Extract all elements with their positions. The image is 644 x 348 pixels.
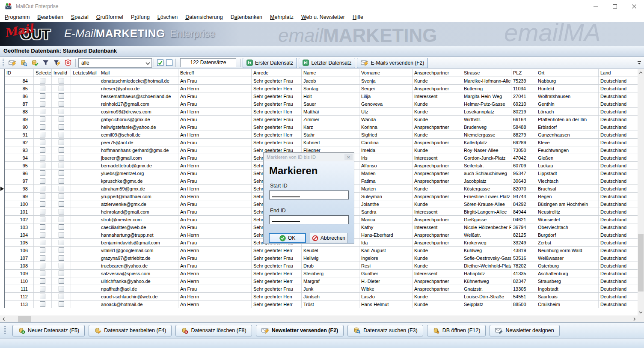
selected-checkbox[interactable] [40,286,45,291]
invalid-checkbox[interactable] [59,255,64,261]
selected-checkbox[interactable] [40,178,45,184]
invalid-checkbox[interactable] [59,93,64,99]
column-header-land[interactable]: Land [599,69,638,77]
datensatz-l-schen-f8-button[interactable]: Datensatz löschen (F8) [175,325,252,336]
start-id-input[interactable] [269,190,349,199]
vertical-scrollbar-thumb[interactable] [638,234,644,291]
datensatz-bearbeiten-f4-button[interactable]: Datensatz bearbeiten (F4) [89,325,172,336]
toolbar-overflow-button[interactable] [636,58,643,68]
selected-checkbox[interactable] [40,271,45,276]
newsletter-versenden-f2-button[interactable]: Newsletter versenden (F2) [256,325,344,336]
filter-combobox[interactable]: alle [78,58,152,68]
selected-checkbox[interactable] [40,78,45,83]
minimize-button[interactable] [586,0,605,13]
table-row-106[interactable]: 106vitali61@googlemail.comAn HerrnSehr g… [5,247,638,254]
invalid-checkbox[interactable] [59,278,64,284]
dialog-close-icon[interactable]: ✕ [344,154,353,160]
filter-flash-icon[interactable] [51,58,62,68]
table-row-108[interactable]: 108truebcaren@yahoo.deAn FrauSehr geehrt… [5,262,638,270]
column-header-strasse[interactable]: Strasse [462,69,511,77]
scroll-down-icon[interactable] [638,309,644,315]
selected-checkbox[interactable] [40,193,45,199]
selected-checkbox[interactable] [40,93,45,99]
menu-item-datenbanken[interactable]: Datenbanken [227,13,266,22]
db-ffnen-f12-button[interactable]: DB öffnen (F12) [427,325,486,336]
toolbar-grip[interactable] [4,326,6,335]
selected-checkbox[interactable] [40,147,45,153]
selected-checkbox[interactable] [40,109,45,114]
invalid-checkbox[interactable] [59,116,64,122]
invalid-checkbox[interactable] [59,124,64,130]
selected-checkbox[interactable] [40,209,45,214]
menu-item-datensicherung[interactable]: Datensicherung [181,13,227,22]
menu-item-hilfe[interactable]: Hilfe [349,13,367,22]
invalid-checkbox[interactable] [59,78,64,83]
menu-item-spezial[interactable]: Spezial [67,13,92,22]
menu-item-gru-formel[interactable]: Grußformel [92,13,127,22]
filter-icon[interactable] [40,58,51,68]
column-header-invalid[interactable]: Invalid [52,69,71,77]
ok-button[interactable]: OK [269,233,306,243]
scroll-up-icon[interactable] [638,69,644,76]
menu-item-bearbeiten[interactable]: Bearbeiten [33,13,67,22]
table-row-87[interactable]: 87reinhold17@gmail.comAn FrauSehr geehrt… [5,100,638,108]
scroll-left-icon[interactable] [0,315,7,322]
selected-checkbox[interactable] [40,101,45,107]
column-header-betreff[interactable]: Betreff [178,69,252,77]
selected-checkbox[interactable] [40,186,45,191]
column-header-vorname[interactable]: Vorname [359,69,413,77]
invalid-checkbox[interactable] [59,224,64,230]
table-row-84[interactable]: 84donataschmiedecke@hotmail.deAn FrauSeh… [5,77,638,85]
selected-checkbox[interactable] [40,201,45,207]
invalid-checkbox[interactable] [59,301,64,307]
selected-checkbox[interactable] [40,263,45,268]
datensatz-suchen-f3-button[interactable]: Datensatz suchen (F3) [347,325,423,336]
db-check-icon[interactable] [29,58,40,68]
invalid-checkbox[interactable] [59,217,64,222]
column-header-anrede[interactable]: Anrede [252,69,302,77]
column-header-ansprechpartner[interactable]: Ansprechpartner [413,69,462,77]
selected-checkbox[interactable] [40,140,45,145]
end-id-input[interactable] [269,215,349,224]
invalid-checkbox[interactable] [59,201,64,207]
invalid-checkbox[interactable] [59,294,64,299]
column-header-name[interactable]: Name [302,69,359,77]
column-header-plz[interactable]: PLZ [511,69,536,77]
scroll-right-icon[interactable] [631,315,638,322]
selected-checkbox[interactable] [40,124,45,130]
column-header-mail[interactable]: Mail [99,69,178,77]
selected-checkbox[interactable] [40,232,45,238]
column-header-selected[interactable]: Selected [34,69,52,77]
menu-item-pr-fung[interactable]: Prüfung [127,13,154,22]
table-row-90[interactable]: 90hellwigstefanie@yahoo.deAn FrauSehr ge… [5,123,638,131]
db-search-icon[interactable] [18,58,29,68]
selected-checkbox[interactable] [40,170,45,176]
selected-checkbox[interactable] [40,86,45,91]
invalid-checkbox[interactable] [59,178,64,184]
column-header-ort[interactable]: Ort [536,69,599,77]
selected-checkbox[interactable] [40,294,45,299]
invalid-checkbox[interactable] [59,101,64,107]
chevron-down-icon[interactable] [145,60,151,66]
neuer-datensatz-f5-button[interactable]: Neuer Datensatz (F5) [12,325,85,336]
selected-checkbox[interactable] [40,116,45,122]
table-row-107[interactable]: 107grazyna97@striebitz.deAn FrauSehr gee… [5,254,638,262]
selected-checkbox[interactable] [40,278,45,284]
invalid-checkbox[interactable] [59,140,64,145]
table-row-92[interactable]: 92peer75@aol.deAn FrauSehr geehrter Frau… [5,139,638,146]
close-button[interactable] [624,0,644,13]
exclude-checkbox[interactable] [166,59,172,66]
invalid-checkbox[interactable] [59,193,64,199]
include-checkbox[interactable] [157,59,163,66]
invalid-checkbox[interactable] [59,271,64,276]
selected-checkbox[interactable] [40,224,45,230]
column-header-letztesmail[interactable]: LetztesMail [71,69,99,77]
table-row-110[interactable]: 110ullrichfranka@yahoo.deAn HerrnSehr ge… [5,277,638,285]
selected-checkbox[interactable] [40,247,45,253]
table-row-86[interactable]: 86hessematthaeus@schoenland.deAn FrauSeh… [5,92,638,100]
invalid-checkbox[interactable] [59,147,64,153]
selected-checkbox[interactable] [40,163,45,168]
selected-checkbox[interactable] [40,301,45,307]
invalid-checkbox[interactable] [59,132,64,137]
menu-item-programm[interactable]: Programm [1,13,33,22]
